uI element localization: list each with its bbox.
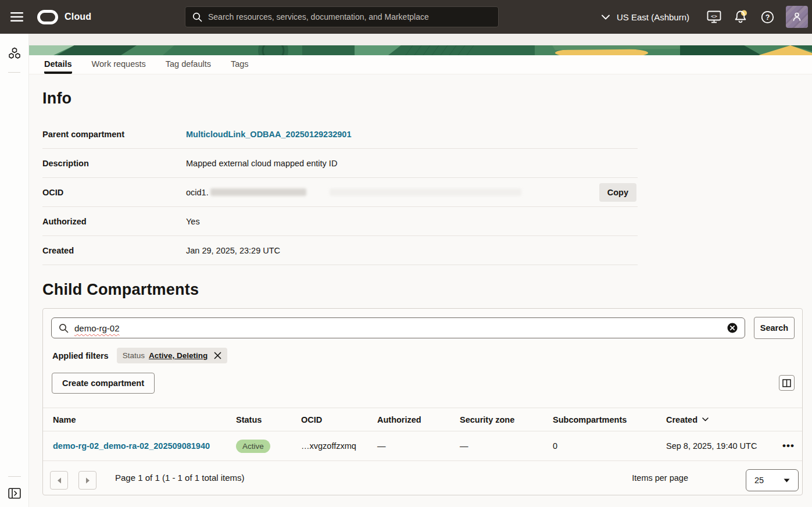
cloud-shell-icon[interactable]: <> [702,5,725,28]
status-badge: Active [236,440,270,453]
applied-filters-row: Applied filters Status Active, Deleting [52,348,227,363]
table-header-row: Name Status OCID Authorized Security zon… [43,408,802,431]
row-ocid: …xvgzoffzxmq [301,441,377,451]
expand-panel-icon[interactable] [0,480,29,506]
child-compartments-heading: Child Compartments [42,281,199,299]
chevron-down-icon [602,15,610,20]
tab-work-requests[interactable]: Work requests [92,55,146,74]
top-navigation-bar: Cloud US East (Ashburn) <> ? [0,0,812,34]
filter-values-link[interactable]: Active, Deleting [149,351,208,360]
clear-search-icon[interactable] [727,323,738,333]
applied-filters-label: Applied filters [52,351,109,360]
tab-tags[interactable]: Tags [231,55,249,74]
svg-text:<>: <> [711,13,717,19]
next-page-button[interactable] [78,471,96,490]
tab-tag-defaults[interactable]: Tag defaults [166,55,211,74]
search-icon [59,323,69,333]
info-row-created: Created Jan 29, 2025, 23:29 UTC [42,236,638,265]
info-heading: Info [42,90,71,108]
column-header-status: Status [236,415,301,424]
authorized-label: Authorized [42,217,186,226]
remove-filter-icon[interactable] [214,352,221,359]
created-label: Created [42,246,186,255]
child-compartments-panel: demo-rg-02 Search Applied filters Status… [42,308,803,495]
oracle-o-icon [37,10,58,24]
search-icon [192,12,202,22]
create-compartment-button[interactable]: Create compartment [52,373,155,394]
info-row-description: Description Mapped external cloud mapped… [42,149,638,178]
items-per-page-select[interactable]: 25 [746,469,799,491]
column-header-subcompartments: Subcompartments [553,415,666,424]
global-search-bar[interactable] [185,6,499,27]
row-actions-menu-icon[interactable]: ••• [782,443,795,449]
tab-bar: Details Work requests Tag defaults Tags [29,55,812,74]
left-sidebar [0,34,29,507]
hamburger-menu-icon[interactable] [5,5,28,28]
compartment-search-input[interactable]: demo-rg-02 [51,317,745,338]
items-per-page-value: 25 [754,476,764,485]
row-subcompartments: 0 [553,441,666,451]
filter-field-label: Status [123,351,145,360]
person-icon [792,12,802,22]
select-caret-icon [784,479,790,483]
column-header-name: Name [53,415,236,424]
user-avatar[interactable] [786,6,808,28]
svg-text:?: ? [765,13,770,22]
authorized-value: Yes [186,217,200,226]
parent-compartment-label: Parent compartment [42,130,186,139]
brand-label: Cloud [65,12,91,22]
global-search-input[interactable] [208,12,491,22]
created-value: Jan 29, 2025, 23:29 UTC [186,246,280,255]
description-label: Description [42,159,186,168]
table-row: demo-rg-02_demo-ra-02_202509081940 Activ… [43,431,802,461]
sidebar-divider-bottom [8,476,21,477]
search-button[interactable]: Search [754,317,795,339]
column-header-authorized: Authorized [377,415,460,424]
status-filter-chip: Status Active, Deleting [117,348,228,363]
info-row-authorized: Authorized Yes [42,207,638,236]
compartments-icon[interactable] [0,41,29,66]
search-input-value: demo-rg-02 [74,323,120,333]
info-list: Parent compartment MulticloudLink_ODBAA_… [42,120,638,265]
ocid-label: OCID [42,188,186,197]
oracle-cloud-logo[interactable]: Cloud [37,10,91,24]
column-header-security-zone: Security zone [460,415,553,424]
copy-ocid-button[interactable]: Copy [599,183,636,202]
row-authorized: — [377,441,460,451]
compartment-name-link[interactable]: demo-rg-02_demo-ra-02_202509081940 [53,441,210,451]
ocid-redacted-value [210,188,306,196]
pagination-bar: Page 1 of 1 (1 - 1 of 1 total items) Ite… [43,460,802,495]
sort-chevron-down-icon [702,417,709,422]
main-content: Info Parent compartment MulticloudLink_O… [29,74,812,507]
header-spacer [29,34,812,45]
page-info-text: Page 1 of 1 (1 - 1 of 1 total items) [115,473,245,483]
region-label: US East (Ashburn) [617,12,689,22]
info-row-parent-compartment: Parent compartment MulticloudLink_ODBAA_… [42,120,638,149]
region-selector[interactable]: US East (Ashburn) [602,12,689,22]
notifications-bell-icon[interactable] [729,5,752,28]
row-security-zone: — [460,441,553,451]
info-row-ocid: OCID ocid1. Copy [42,178,638,207]
column-picker-button[interactable] [779,375,795,391]
previous-page-button[interactable] [50,471,68,490]
columns-icon [782,379,791,387]
help-icon[interactable]: ? [756,5,779,28]
tab-details[interactable]: Details [44,55,72,74]
column-header-ocid: OCID [301,415,377,424]
ocid-redacted-smudge [330,188,521,196]
items-per-page-label: Items per page [632,473,688,483]
description-value: Mapped external cloud mapped entity ID [186,159,337,168]
sidebar-divider [8,72,20,73]
row-created: Sep 8, 2025, 19:40 UTC [666,441,782,451]
compartments-table: Name Status OCID Authorized Security zon… [43,408,802,461]
decorative-banner [29,45,812,55]
ocid-prefix: ocid1. [186,188,209,197]
column-header-created-sort[interactable]: Created [666,415,782,424]
parent-compartment-link[interactable]: MulticloudLink_ODBAA_20250129232901 [186,130,352,139]
